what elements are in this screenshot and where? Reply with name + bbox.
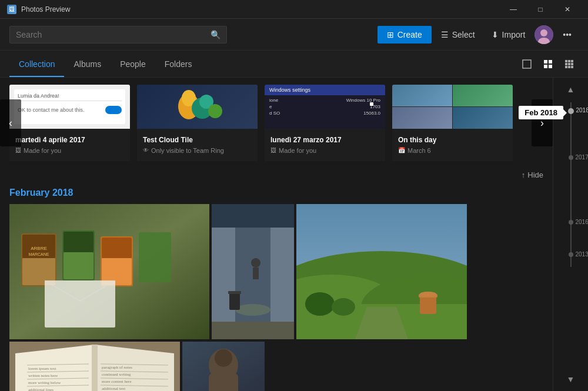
story1-footer: martedì 4 aprile 2017 🖼 Made for you <box>9 129 130 161</box>
search-input[interactable] <box>16 30 206 39</box>
timeline-label-2017: 2017 <box>576 154 589 161</box>
photo-item-1[interactable]: ARBRE MARCANE <box>9 204 209 339</box>
title-bar-left: 🖼 Photos Preview <box>7 5 70 14</box>
stories-section: ‹ Lumia da Andrea! OK to contact me abou… <box>0 78 553 168</box>
view-icons <box>517 55 579 73</box>
story4-meta-text: March 6 <box>407 147 431 154</box>
svg-text:paragraph of notes: paragraph of notes <box>102 365 132 370</box>
svg-marker-41 <box>212 204 294 228</box>
hide-up-arrow: ↑ <box>522 171 526 179</box>
svg-marker-44 <box>270 228 294 322</box>
nav-tabs: Collection Albums People Folders <box>9 51 201 77</box>
story1-meta-text: Made for you <box>24 147 61 154</box>
story1-text2: OK to contact me about this. <box>18 107 85 113</box>
search-icon[interactable]: 🔍 <box>211 30 220 39</box>
timeline-down-button[interactable]: ▼ <box>564 372 577 386</box>
svg-rect-16 <box>571 66 573 68</box>
story4-image <box>392 85 513 129</box>
app-icon: 🖼 <box>7 5 16 14</box>
tab-albums[interactable]: Albums <box>64 51 111 77</box>
tab-collection[interactable]: Collection <box>9 51 64 77</box>
story1-image: Lumia da Andrea! OK to contact me about … <box>9 85 130 129</box>
svg-rect-14 <box>565 66 567 68</box>
story2-title: Test Cloud Tile <box>143 136 252 145</box>
title-bar: 🖼 Photos Preview — □ ✕ <box>0 0 588 19</box>
timeline-up-button[interactable]: ▲ <box>564 82 577 96</box>
tab-people[interactable]: People <box>111 51 155 77</box>
timeline-dot-2013[interactable] <box>569 252 573 257</box>
photo-item-5[interactable] <box>182 342 265 391</box>
search-box: 🔍 <box>9 26 227 44</box>
carousel-prev-button[interactable]: ‹ <box>0 99 21 146</box>
view-single-button[interactable] <box>517 55 536 73</box>
select-button[interactable]: ☰ Select <box>434 26 482 44</box>
story3-footer: lunedì 27 marzo 2017 🖼 Made for you <box>265 129 385 161</box>
svg-rect-10 <box>571 60 573 62</box>
timeline-label-2018: 2018 <box>576 107 589 113</box>
svg-rect-30 <box>64 252 93 279</box>
svg-text:more writing below: more writing below <box>28 380 61 385</box>
photo-item-4[interactable]: lorem ipsum text written notes here more… <box>9 342 180 391</box>
svg-rect-49 <box>228 291 241 294</box>
story-card-2[interactable]: Test Cloud Tile 👁 Only visible to Team R… <box>137 85 258 161</box>
select-icon: ☰ <box>441 30 449 39</box>
svg-text:more content here: more content here <box>102 379 132 384</box>
scroll-area[interactable]: ‹ Lumia da Andrea! OK to contact me abou… <box>0 78 553 391</box>
svg-rect-4 <box>544 60 547 64</box>
svg-rect-57 <box>420 295 436 314</box>
svg-rect-32 <box>102 238 132 258</box>
svg-text:additional text: additional text <box>102 386 125 391</box>
photo-item-2[interactable] <box>212 204 294 339</box>
hide-button[interactable]: ↑ Hide <box>522 171 543 179</box>
svg-rect-93 <box>209 374 238 391</box>
story4-footer: On this day 📅 March 6 <box>392 129 513 161</box>
story2-meta-text: Only visible to Team Ring <box>151 147 224 154</box>
toolbar: 🔍 ⊞ Create ☰ Select ⬇ Import ••• <box>0 19 588 51</box>
toolbar-right: ⊞ Create ☰ Select ⬇ Import ••• <box>377 25 579 44</box>
svg-point-55 <box>305 292 335 316</box>
section-header: February 2018 <box>0 184 553 204</box>
svg-point-59 <box>420 292 436 296</box>
svg-marker-64 <box>92 345 98 391</box>
story2-footer: Test Cloud Tile 👁 Only visible to Team R… <box>137 129 258 161</box>
hide-row: ↑ Hide <box>0 168 553 184</box>
story-card-1[interactable]: Lumia da Andrea! OK to contact me about … <box>9 85 130 161</box>
svg-point-92 <box>215 349 232 367</box>
svg-point-1 <box>540 29 547 36</box>
maximize-button[interactable]: □ <box>527 0 554 19</box>
import-button[interactable]: ⬇ Import <box>485 26 533 44</box>
timeline-label-2016: 2016 <box>576 219 589 225</box>
svg-text:additional lines: additional lines <box>28 387 54 391</box>
stories-row: Lumia da Andrea! OK to contact me about … <box>9 85 543 161</box>
svg-rect-15 <box>568 66 570 68</box>
window-controls: — □ ✕ <box>500 0 581 19</box>
timeline-dot-2017[interactable] <box>569 155 573 160</box>
svg-rect-13 <box>571 63 573 65</box>
photo-item-3[interactable] <box>296 204 467 339</box>
timeline-dot-2016[interactable] <box>569 220 573 225</box>
story4-title: On this day <box>398 136 507 145</box>
story3-meta-text: Made for you <box>279 147 316 154</box>
close-button[interactable]: ✕ <box>554 0 581 19</box>
view-large-grid-button[interactable] <box>560 55 579 73</box>
story-card-3[interactable]: Windows settings ioneWindows 10 Pro e170… <box>265 85 385 161</box>
story-card-4[interactable]: On this day 📅 March 6 <box>392 85 513 161</box>
minimize-button[interactable]: — <box>500 0 527 19</box>
svg-text:ARBRE: ARBRE <box>31 246 47 251</box>
story1-title: martedì 4 aprile 2017 <box>15 136 124 145</box>
create-button[interactable]: ⊞ Create <box>377 26 432 44</box>
view-grid-button[interactable] <box>539 55 557 73</box>
svg-rect-6 <box>544 65 547 68</box>
story4-meta: 📅 March 6 <box>398 147 507 154</box>
svg-point-45 <box>235 304 270 316</box>
svg-rect-34 <box>139 232 171 282</box>
photo-grid: ARBRE MARCANE <box>0 204 553 391</box>
section-title: February 2018 <box>9 188 74 198</box>
svg-rect-48 <box>229 292 240 310</box>
tab-folders[interactable]: Folders <box>155 51 202 77</box>
avatar[interactable] <box>534 25 553 44</box>
more-button[interactable]: ••• <box>556 26 579 44</box>
nav-bar: Collection Albums People Folders <box>0 51 588 78</box>
svg-text:MARCANE: MARCANE <box>28 252 49 256</box>
timeline-dot-2018[interactable] <box>568 108 574 114</box>
